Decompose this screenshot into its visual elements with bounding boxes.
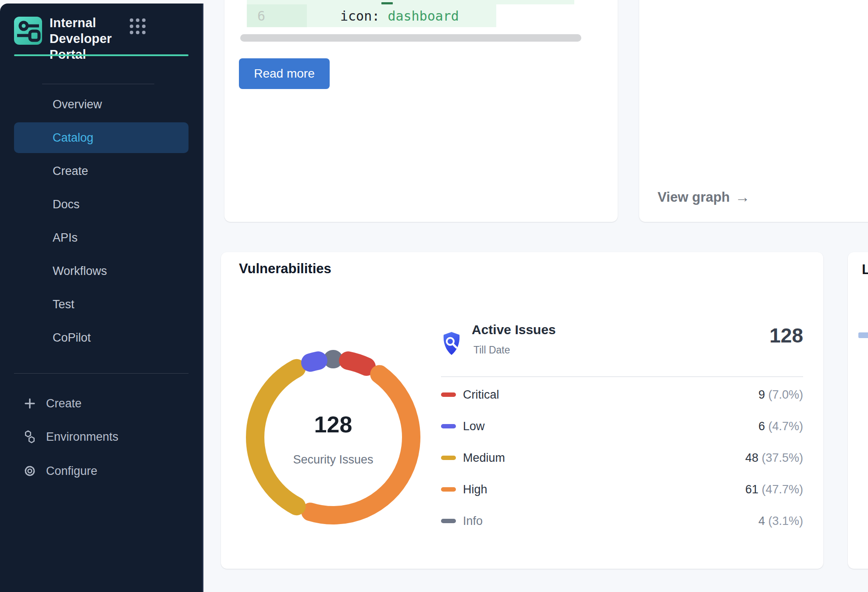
code-line-number: 6 xyxy=(247,4,307,27)
code-text: icon: dashboard xyxy=(307,8,459,24)
sidebar-item-catalog[interactable]: Catalog xyxy=(14,122,189,153)
sidebar-item-copilot[interactable]: CoPilot xyxy=(14,322,189,353)
active-issues-subtitle: Till Date xyxy=(473,344,510,356)
legend-swatch xyxy=(441,487,456,492)
legend-label: Low xyxy=(463,420,485,433)
view-graph-label: View graph xyxy=(658,189,730,205)
gear-icon xyxy=(23,464,37,478)
sidebar: Internal Developer Portal OverviewCatalo… xyxy=(0,4,203,592)
sidebar-nav: OverviewCatalogCreateDocsAPIsWorkflowsTe… xyxy=(14,89,189,356)
legend-swatch xyxy=(441,392,456,397)
sidebar-footer-label: Environments xyxy=(46,430,118,444)
legend-swatch xyxy=(441,519,456,523)
code-key: icon: xyxy=(340,8,380,24)
legend-swatch xyxy=(441,424,456,428)
legend-value: 6 (4.7%) xyxy=(758,420,803,433)
sidebar-item-workflows[interactable]: Workflows xyxy=(14,256,189,286)
sidebar-item-apis[interactable]: APIs xyxy=(14,222,189,253)
view-graph-link[interactable]: View graph → xyxy=(658,189,750,206)
code-line-partial xyxy=(247,0,574,4)
donut-center-label: Security Issues xyxy=(237,453,430,467)
sidebar-footer-label: Create xyxy=(46,397,82,410)
code-value: dashboard xyxy=(388,8,459,24)
legend-value: 9 (7.0%) xyxy=(758,388,803,402)
code-line-6: 6 icon: dashboard xyxy=(247,4,496,27)
legend-row-medium: Medium48 (37.5%) xyxy=(441,442,803,474)
sidebar-item-docs[interactable]: Docs xyxy=(14,189,189,220)
apps-grid-icon[interactable] xyxy=(130,18,147,36)
legend-row-high: High61 (47.7%) xyxy=(441,474,803,505)
nav-divider xyxy=(42,84,154,84)
donut-center-value: 128 xyxy=(237,411,430,438)
partial-right-card: L xyxy=(848,252,868,569)
legend-label: Critical xyxy=(463,388,499,402)
plus-icon xyxy=(23,396,37,410)
legend-row-critical: Critical9 (7.0%) xyxy=(441,379,803,410)
footer-divider xyxy=(14,373,189,374)
partial-card-title: L xyxy=(862,262,868,278)
sidebar-item-create-bottom[interactable]: Create xyxy=(0,391,203,416)
graph-card: View graph → xyxy=(639,0,868,222)
vulnerabilities-title: Vulnerabilities xyxy=(239,261,331,277)
donut-segment-low xyxy=(310,360,318,362)
vulnerabilities-card: Vulnerabilities 128 Security Issues Acti… xyxy=(221,252,823,569)
partial-bar xyxy=(858,332,868,338)
sidebar-item-configure[interactable]: Configure xyxy=(0,459,203,483)
arrow-right-icon: → xyxy=(735,189,750,206)
legend-label: Info xyxy=(463,514,483,528)
legend-value: 48 (37.5%) xyxy=(745,451,803,465)
shield-search-icon xyxy=(441,331,462,356)
accent-divider xyxy=(14,54,189,56)
vuln-legend: Critical9 (7.0%)Low6 (4.7%)Medium48 (37.… xyxy=(441,379,803,537)
horizontal-scrollbar[interactable] xyxy=(240,34,581,42)
sidebar-footer-label: Configure xyxy=(46,464,97,478)
legend-label: High xyxy=(463,483,487,496)
donut-segment-critical xyxy=(348,360,366,367)
donut-segment-high xyxy=(310,374,411,515)
legend-value: 61 (47.7%) xyxy=(745,483,803,496)
sidebar-item-overview[interactable]: Overview xyxy=(14,89,189,120)
legend-swatch xyxy=(441,456,456,460)
read-more-button[interactable]: Read more xyxy=(239,58,330,89)
summary-divider xyxy=(441,376,803,377)
app-logo-icon xyxy=(14,17,42,45)
article-card: 6 icon: dashboard Read more xyxy=(224,0,618,222)
legend-row-info: Info4 (3.1%) xyxy=(441,505,803,537)
active-issues-total: 128 xyxy=(769,324,803,347)
legend-row-low: Low6 (4.7%) xyxy=(441,410,803,442)
legend-label: Medium xyxy=(463,451,505,465)
legend-value: 4 (3.1%) xyxy=(758,514,803,528)
active-issues-title: Active Issues xyxy=(472,322,556,337)
sidebar-item-test[interactable]: Test xyxy=(14,289,189,320)
hexagons-icon xyxy=(23,430,37,444)
sidebar-item-create[interactable]: Create xyxy=(14,156,189,186)
sidebar-item-environments[interactable]: Environments xyxy=(0,424,203,449)
